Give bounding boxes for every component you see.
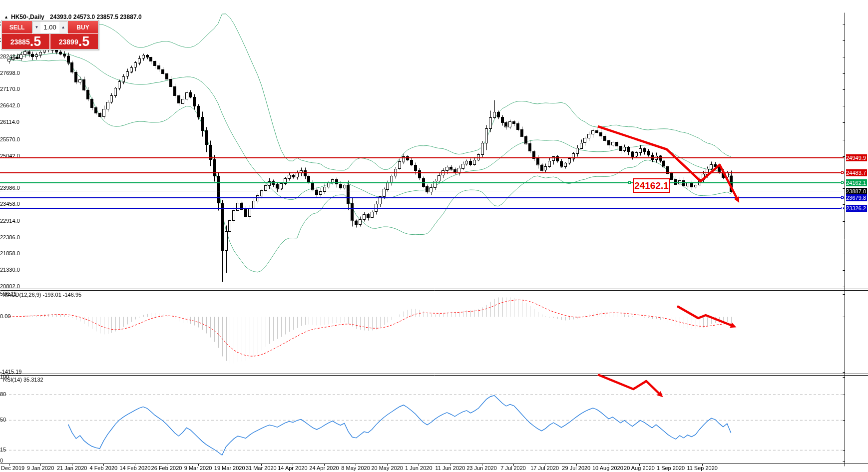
price-level-label: 24949.9 [846, 154, 867, 161]
support-resistance-line[interactable] [0, 157, 844, 158]
date-tick-label: 26 Feb 2020 [151, 465, 182, 471]
line-drag-handle[interactable] [841, 171, 844, 174]
date-tick-label: 23 Jun 2020 [466, 465, 497, 471]
price-level-label: 24483.7 [846, 169, 867, 176]
price-tick-label: 22914.0 [0, 218, 865, 224]
line-drag-handle[interactable] [628, 181, 631, 184]
one-click-trading-panel: SELL ▼ 1.00 ▲ BUY 23885.5 23899.5 [1, 20, 99, 50]
buy-price[interactable]: 23899.5 [50, 34, 98, 49]
date-tick-label: 17 Jul 2020 [530, 465, 559, 471]
price-level-label: 23326.2 [846, 205, 867, 212]
macd-tick-label: 596.11 [0, 291, 865, 297]
mt4-terminal-window: ◔ + 新订单 ◉ 自动交易 ꞁꞁ ∿ ⊕ ⊖ ⇥ ⇤ +▼ ◷▼ ∿▼ ➤ ✛… [0, 0, 868, 472]
date-tick-label: 20 May 2020 [371, 465, 403, 471]
price-tick-label: 21330.0 [0, 267, 865, 273]
price-tick-label: 21858.0 [0, 250, 865, 256]
current-price-line[interactable] [0, 191, 844, 191]
price-tick-label: 26114.0 [0, 119, 865, 125]
date-tick-label: 7 Jul 2020 [500, 465, 526, 471]
date-tick-label: 20 Aug 2020 [624, 465, 655, 471]
line-drag-handle[interactable] [841, 196, 844, 199]
date-tick-label: 8 May 2020 [341, 465, 370, 471]
sell-button[interactable]: SELL [2, 21, 32, 33]
date-tick-label: 14 Apr 2020 [278, 465, 307, 471]
price-tick-label: 22386.0 [0, 234, 865, 240]
date-tick-label: 11 Sep 2020 [687, 465, 718, 471]
date-tick-label: 31 Mar 2020 [246, 465, 277, 471]
sell-price[interactable]: 23885.5 [2, 34, 49, 49]
date-tick-label: 14 Feb 2020 [120, 465, 151, 471]
macd-tick-label: 0.00 [0, 313, 865, 319]
macd-label: MACD(12,26,9) -193.01 -146.95 [3, 292, 81, 298]
line-drag-handle[interactable] [841, 181, 844, 184]
price-tick-label: 28770.0 [0, 37, 865, 43]
support-resistance-line[interactable] [0, 182, 844, 183]
volume-control: ▼ 1.00 ▲ [32, 21, 67, 33]
date-tick-label: 24 Apr 2020 [309, 465, 339, 471]
price-tick-label: 27698.0 [0, 70, 865, 76]
buy-price-int: 23899 [59, 35, 78, 48]
date-tick-label: 9 Mar 2020 [184, 465, 212, 471]
date-tick-label: 27 Dec 2019 [0, 465, 24, 471]
support-resistance-line[interactable] [0, 172, 844, 173]
price-level-label: 23679.8 [846, 194, 867, 201]
price-tick-label: 23986.0 [0, 185, 865, 191]
symbol-period-label: HK50-,Daily [11, 13, 44, 20]
line-drag-handle[interactable] [841, 207, 844, 209]
date-tick-label: 10 Aug 2020 [592, 465, 623, 471]
support-resistance-line[interactable] [0, 208, 844, 209]
collapse-panel-icon[interactable]: ▲ [4, 14, 8, 19]
date-tick-label: 4 Feb 2020 [89, 465, 117, 471]
price-tick-label: 27170.0 [0, 86, 865, 92]
volume-increase-button[interactable]: ▲ [59, 21, 67, 33]
date-tick-label: 9 Jan 2020 [27, 465, 54, 471]
volume-value[interactable]: 1.00 [40, 21, 59, 33]
rsi-tick-label: 15 [0, 447, 861, 453]
price-level-label: 23887.0 [846, 188, 867, 195]
rsi-tick-label: 50 [0, 417, 861, 423]
price-tick-label: 28242.0 [0, 53, 865, 59]
date-tick-label: 29 Jul 2020 [562, 465, 590, 471]
ohlc-values: 24393.0 24573.0 23857.5 23887.0 [50, 13, 142, 20]
price-tick-label: 20802.0 [0, 283, 865, 289]
date-tick-label: 1 Sep 2020 [657, 465, 685, 471]
price-tick-label: 25570.0 [0, 136, 865, 142]
date-tick-label: 19 Mar 2020 [214, 465, 245, 471]
price-tick-label: 29298.0 [0, 20, 865, 26]
buy-button[interactable]: BUY [68, 21, 98, 33]
rsi-tick-label: 0 [0, 458, 861, 464]
price-level-label: 24162.1 [846, 179, 867, 186]
date-tick-label: 1 Jun 2020 [405, 465, 432, 471]
date-tick-label: 21 Jan 2020 [57, 465, 87, 471]
rsi-label: RSI(14) 35.3132 [3, 377, 43, 383]
chart-title: HK50-,Daily 24393.0 24573.0 23857.5 2388… [11, 13, 142, 20]
date-tick-label: 11 Jun 2020 [435, 465, 465, 471]
price-tick-label: 23458.0 [0, 201, 865, 207]
sell-price-int: 23885 [10, 35, 30, 48]
volume-decrease-button[interactable]: ▼ [33, 21, 40, 33]
rsi-tick-label: 100 [0, 374, 861, 380]
sell-price-dec: .5 [30, 35, 41, 48]
price-annotation-box[interactable]: 24162.1 [633, 178, 670, 193]
price-annotation-text: 24162.1 [634, 180, 669, 191]
rsi-tick-label: 80 [0, 391, 861, 397]
price-tick-label: 26642.0 [0, 102, 865, 108]
buy-price-dec: .5 [78, 35, 90, 48]
support-resistance-line[interactable] [0, 197, 844, 198]
